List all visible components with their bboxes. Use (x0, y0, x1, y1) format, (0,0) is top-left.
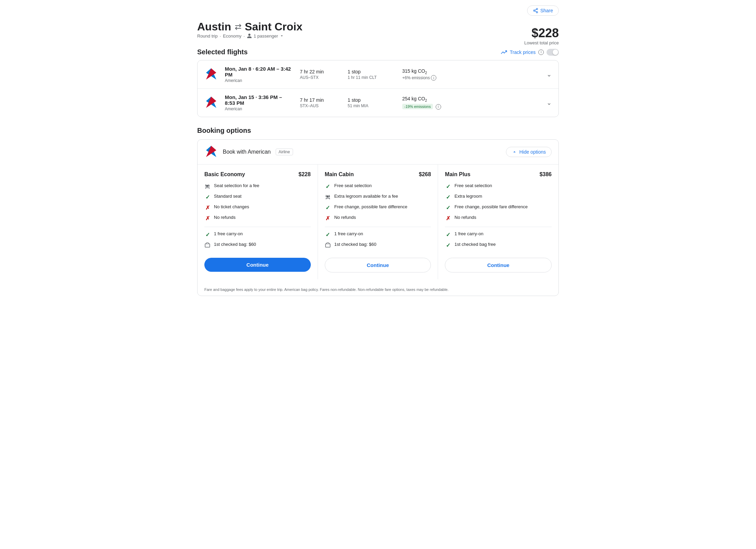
x-icon: ✗ (445, 215, 451, 221)
flight-info-2: Mon, Jan 15 · 3:36 PM – 8:53 PM American (225, 94, 293, 111)
flight-info-1: Mon, Jan 8 · 6:20 AM – 3:42 PM American (225, 66, 293, 83)
feature-text: No ticket changes (214, 204, 249, 209)
x-icon: ✗ (204, 215, 210, 221)
flight-row[interactable]: Mon, Jan 15 · 3:36 PM – 8:53 PM American… (198, 89, 558, 117)
chevron-down-icon (279, 33, 284, 38)
feature-item: ✓ Free seat selection (325, 183, 431, 189)
bag-icon (325, 242, 331, 248)
check-icon: ✓ (325, 205, 331, 211)
feature-text: Free change, possible fare difference (454, 204, 527, 209)
feature-item: ✓ Standard seat (204, 194, 311, 200)
share-icon (533, 8, 538, 13)
flight-times-1: Mon, Jan 8 · 6:20 AM – 3:42 PM (225, 66, 293, 78)
duration-route-2: STX–AUS (300, 103, 341, 108)
booking-airline-logo (204, 145, 218, 159)
feature-item: Seat selection for a fee (204, 183, 311, 189)
booking-footer-note: Fare and baggage fees apply to your enti… (198, 283, 558, 296)
hide-options-label: Hide options (519, 149, 546, 155)
feature-item: 1st checked bag: $60 (204, 242, 311, 248)
booking-header: Book with American Airline Hide options (198, 140, 558, 165)
feature-text: 1 free carry-on (214, 231, 243, 236)
airline-logo-2 (204, 96, 218, 110)
feature-item: ✗ No refunds (204, 215, 311, 221)
check-icon: ✓ (445, 242, 451, 248)
stops-detail-2: 51 min MIA (348, 103, 395, 108)
continue-button-main[interactable]: Continue (325, 258, 431, 272)
feature-item: ✓ 1 free carry-on (445, 231, 552, 238)
trip-meta: Round trip · Economy · 1 passenger (197, 33, 302, 39)
check-icon: ✓ (204, 231, 210, 238)
continue-button-plus[interactable]: Continue (445, 258, 552, 272)
trip-type: Round trip (197, 33, 218, 39)
booking-options-section: Booking options Book with American Airli… (197, 127, 559, 296)
track-prices-toggle[interactable] (547, 49, 559, 56)
fare-main-plus: Main Plus $386 ✓ Free seat selection ✓ E… (438, 165, 558, 279)
flight-co2-2: 254 kg CO2 -19% emissions i (402, 96, 540, 109)
stops-count-1: 1 stop (348, 69, 395, 74)
flight-co2-1: 315 kg CO2 +6% emissions i (402, 68, 540, 81)
booking-options-title: Booking options (197, 127, 559, 135)
feature-text: Extra legroom (454, 194, 482, 199)
feature-text: 1st checked bag: $60 (214, 242, 256, 247)
hide-options-button[interactable]: Hide options (506, 147, 552, 157)
route-title: Austin ⇄ Saint Croix (197, 20, 302, 33)
origin-city: Austin (197, 20, 231, 33)
flight-duration-1: 7 hr 22 min AUS–STX (300, 69, 341, 80)
fare-grid: Basic Economy $228 Seat selection for a … (198, 165, 558, 279)
expand-flight-1[interactable]: ⌄ (547, 71, 552, 78)
feature-list-main: ✓ Free seat selection Extra legroom avai… (325, 183, 431, 221)
flight-carrier-1: American (225, 78, 293, 83)
share-button[interactable]: Share (527, 5, 559, 16)
fare-basic-economy: Basic Economy $228 Seat selection for a … (198, 165, 318, 279)
feature-item: ✓ Free change, possible fare difference (325, 204, 431, 211)
bag-list-main: ✓ 1 free carry-on 1st checked bag: $60 (325, 231, 431, 248)
booking-airline: Book with American Airline (204, 145, 293, 159)
feature-text: Free change, possible fare difference (334, 204, 407, 209)
price-block: $228 Lowest total price (524, 26, 559, 45)
co2-info-icon-1[interactable]: i (431, 75, 436, 81)
booking-card: Book with American Airline Hide options … (197, 139, 559, 296)
passenger-selector[interactable]: 1 passenger (247, 33, 284, 39)
feature-text: Free seat selection (334, 183, 372, 188)
booking-airline-name: Book with American (223, 149, 271, 155)
feature-item: ✓ 1 free carry-on (204, 231, 311, 238)
check-icon: ✓ (445, 231, 451, 238)
continue-button-basic[interactable]: Continue (204, 258, 311, 272)
feature-list-basic: Seat selection for a fee ✓ Standard seat… (204, 183, 311, 221)
track-prices-control[interactable]: Track prices i (501, 49, 559, 56)
feature-text: Extra legroom available for a fee (334, 194, 398, 199)
stops-detail-1: 1 hr 11 min CLT (348, 75, 395, 80)
flight-carrier-2: American (225, 107, 293, 111)
flight-times-2: Mon, Jan 15 · 3:36 PM – 8:53 PM (225, 94, 293, 106)
seat-icon (325, 194, 331, 200)
fare-price-basic: $228 (299, 171, 311, 178)
feature-item: ✓ 1 free carry-on (325, 231, 431, 238)
feature-item: ✗ No ticket changes (204, 204, 311, 211)
svg-line-3 (535, 11, 536, 12)
bag-list-basic: ✓ 1 free carry-on 1st checked bag: $60 (204, 231, 311, 248)
feature-item: ✓ 1st checked bag free (445, 242, 552, 248)
co2-info-icon-2[interactable]: i (436, 104, 441, 110)
svg-line-4 (535, 9, 536, 10)
feature-text: No refunds (214, 215, 236, 220)
fare-main-cabin: Main Cabin $268 ✓ Free seat selection Ex… (318, 165, 438, 279)
co2-emissions-1: +6% emissions i (402, 75, 540, 81)
feature-text: 1st checked bag free (454, 242, 496, 247)
flight-separator-1: · (253, 66, 256, 72)
flight-stops-1: 1 stop 1 hr 11 min CLT (348, 69, 395, 80)
co2-amount-2: 254 kg CO2 (402, 96, 540, 102)
feature-item: ✓ Free change, possible fare difference (445, 204, 552, 211)
co2-amount-1: 315 kg CO2 (402, 68, 540, 75)
feature-list-plus: ✓ Free seat selection ✓ Extra legroom ✓ … (445, 183, 552, 221)
check-icon: ✓ (445, 183, 451, 189)
co2-badge-2: -19% emissions (402, 104, 433, 109)
flight-date-2: Mon, Jan 15 (225, 94, 254, 100)
duration-route-1: AUS–STX (300, 75, 341, 80)
flight-row[interactable]: Mon, Jan 8 · 6:20 AM – 3:42 PM American … (198, 60, 558, 89)
dot-2: · (244, 33, 245, 39)
stops-count-2: 1 stop (348, 97, 395, 103)
feature-item: Extra legroom available for a fee (325, 194, 431, 200)
track-prices-info-icon[interactable]: i (538, 50, 544, 55)
expand-flight-2[interactable]: ⌄ (547, 99, 552, 107)
fare-name-main: Main Cabin (325, 171, 354, 178)
